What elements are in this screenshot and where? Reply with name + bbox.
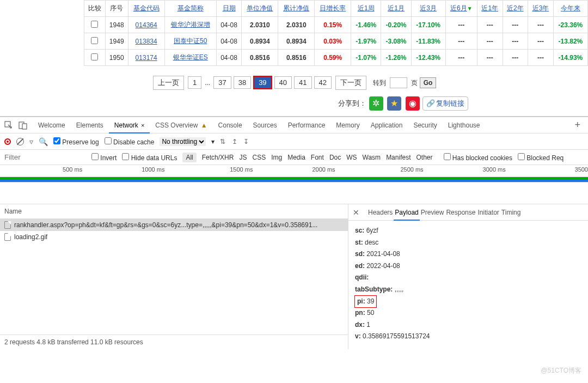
request-row[interactable]: loading2.gif xyxy=(0,231,348,243)
col-header[interactable]: 累计净值 xyxy=(278,1,315,17)
cell[interactable]: 国泰中证50 xyxy=(164,33,216,50)
throttling-select[interactable]: No throttling xyxy=(160,137,206,146)
filter-type[interactable]: WS xyxy=(346,154,357,161)
page-39[interactable]: 39 xyxy=(253,76,272,89)
add-tab-icon[interactable]: + xyxy=(571,119,584,131)
cell: --- xyxy=(445,33,477,50)
prev-page[interactable]: 上一页 xyxy=(153,76,184,90)
disable-cache-checkbox[interactable]: Disable cache xyxy=(105,137,155,146)
name-column-header[interactable]: Name xyxy=(0,204,348,219)
filter-type[interactable]: JS xyxy=(239,154,247,161)
subtab-response[interactable]: Response xyxy=(445,205,476,220)
copy-link-button[interactable]: 🔗复制链接 xyxy=(422,96,468,111)
invert-checkbox[interactable]: Invert xyxy=(91,153,117,162)
tab-lighthouse[interactable]: Lighthouse xyxy=(443,118,486,132)
table-row: 1950013174银华华证ES04-080.85160.85160.59%-1… xyxy=(84,50,588,66)
cell[interactable]: 014364 xyxy=(128,17,164,33)
tab-elements[interactable]: Elements xyxy=(71,118,109,132)
caret-down-icon[interactable]: ▾ xyxy=(211,138,215,145)
col-header[interactable]: 今年来 xyxy=(553,1,587,17)
col-header[interactable]: 单位净值 xyxy=(242,1,278,17)
tab-security[interactable]: Security xyxy=(408,118,442,132)
page-...: ... xyxy=(205,79,210,87)
tab-sources[interactable]: Sources xyxy=(248,118,283,132)
go-button[interactable]: Go xyxy=(420,77,437,88)
compare-checkbox[interactable] xyxy=(84,33,106,50)
qzone-icon[interactable]: ★ xyxy=(387,96,401,111)
tab-css-overview[interactable]: CSS Overview ▲ xyxy=(150,118,212,132)
page-42[interactable]: 42 xyxy=(314,76,332,89)
filter-type[interactable]: Manifest xyxy=(386,154,411,161)
cell[interactable]: 银华沪港深增 xyxy=(164,17,216,33)
compare-checkbox[interactable] xyxy=(84,50,106,66)
filter-type[interactable]: Img xyxy=(271,154,282,161)
net-config-icons[interactable]: ⇅ ↥ ↧ xyxy=(220,138,251,145)
col-header[interactable]: 序号 xyxy=(105,1,128,17)
tab-memory[interactable]: Memory xyxy=(330,118,365,132)
hide-data-urls-checkbox[interactable]: Hide data URLs xyxy=(122,153,177,162)
col-header[interactable]: 日期 xyxy=(216,1,242,17)
filter-type[interactable]: CSS xyxy=(252,154,266,161)
page-41[interactable]: 41 xyxy=(294,76,311,89)
page-38[interactable]: 38 xyxy=(234,76,251,89)
col-header[interactable]: 基金简称 xyxy=(164,1,216,17)
col-header[interactable]: 近6月▼ xyxy=(445,1,477,17)
blocked-req-checkbox[interactable]: Blocked Req xyxy=(518,153,564,162)
filter-all[interactable]: All xyxy=(182,153,196,162)
weibo-icon[interactable]: ◉ xyxy=(406,96,420,111)
tab-console[interactable]: Console xyxy=(213,118,248,132)
col-header[interactable]: 近1周 xyxy=(351,1,381,17)
page-37[interactable]: 37 xyxy=(213,76,231,89)
tab-application[interactable]: Application xyxy=(365,118,408,132)
filter-icon[interactable]: ▿ xyxy=(29,137,33,146)
filter-input[interactable] xyxy=(4,153,86,161)
filter-type[interactable]: Font xyxy=(311,154,324,161)
filter-type[interactable]: Fetch/XHR xyxy=(202,154,234,161)
search-icon[interactable]: 🔍 xyxy=(39,137,48,146)
payload-row: st: desc xyxy=(355,237,581,249)
timeline-ruler[interactable]: 500 ms1000 ms1500 ms2000 ms2500 ms3000 m… xyxy=(0,165,588,177)
filter-type[interactable]: Doc xyxy=(329,154,341,161)
cell[interactable]: 013834 xyxy=(128,33,164,50)
filter-type[interactable]: Other xyxy=(416,154,432,161)
clear-icon[interactable] xyxy=(16,138,24,145)
subtab-timing[interactable]: Timing xyxy=(500,205,522,220)
record-icon[interactable] xyxy=(4,138,11,145)
inspect-icon[interactable] xyxy=(4,121,13,130)
blocked-cookies-checkbox[interactable]: Has blocked cookies xyxy=(444,153,512,162)
page-1[interactable]: 1 xyxy=(188,76,201,89)
col-header[interactable]: 近2年 xyxy=(503,1,528,17)
col-header[interactable]: 近3月 xyxy=(411,1,445,17)
preserve-log-checkbox[interactable]: Preserve log xyxy=(53,137,99,146)
detail-subtabs: ✕ HeadersPayloadPreviewResponseInitiator… xyxy=(348,204,588,221)
tab-performance[interactable]: Performance xyxy=(283,118,331,132)
tab-network[interactable]: Network × xyxy=(109,118,150,133)
cell[interactable]: 013174 xyxy=(128,50,164,66)
col-header[interactable]: 近3年 xyxy=(528,1,554,17)
jump-input[interactable] xyxy=(390,77,407,88)
device-icon[interactable] xyxy=(19,121,27,130)
filter-type[interactable]: Wasm xyxy=(363,154,381,161)
subtab-initiator[interactable]: Initiator xyxy=(476,205,500,220)
wechat-icon[interactable]: ✲ xyxy=(369,96,383,111)
filter-bar: Invert Hide data URLs All Fetch/XHRJSCSS… xyxy=(0,150,588,165)
request-row[interactable]: rankhandler.aspx?op=ph&dt=kf&ft=gp&rs=&g… xyxy=(0,219,348,231)
next-page[interactable]: 下一页 xyxy=(335,76,366,90)
close-icon[interactable]: ✕ xyxy=(353,208,359,217)
subtab-payload[interactable]: Payload xyxy=(394,205,419,221)
col-header[interactable]: 近1月 xyxy=(381,1,411,17)
cell: 0.8516 xyxy=(278,50,315,66)
cell: 1948 xyxy=(105,17,128,33)
col-header[interactable]: 日增长率 xyxy=(315,1,351,17)
subtab-headers[interactable]: Headers xyxy=(367,205,394,220)
subtab-preview[interactable]: Preview xyxy=(420,205,445,220)
col-header[interactable]: 基金代码 xyxy=(128,1,164,17)
col-header[interactable]: 比较 xyxy=(84,1,106,17)
col-header[interactable]: 近1年 xyxy=(477,1,503,17)
page-40[interactable]: 40 xyxy=(274,76,292,89)
compare-checkbox[interactable] xyxy=(84,17,106,33)
cell[interactable]: 银华华证ES xyxy=(164,50,216,66)
filter-type[interactable]: Media xyxy=(287,154,305,161)
cell: --- xyxy=(528,50,554,66)
tab-welcome[interactable]: Welcome xyxy=(33,118,71,132)
